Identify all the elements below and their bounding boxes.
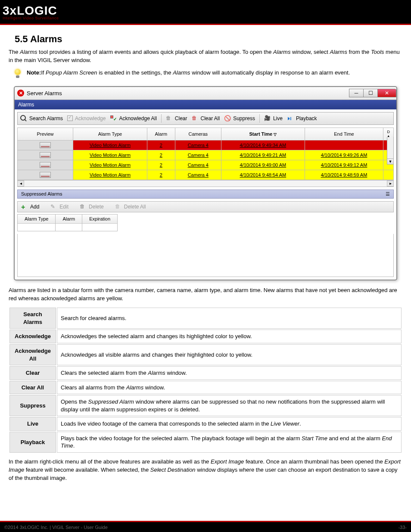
playback-button[interactable]: Playback bbox=[287, 115, 317, 122]
menu-alarms[interactable]: Alarms bbox=[18, 102, 34, 108]
sup-col-type[interactable]: Alarm Type bbox=[18, 214, 56, 223]
acknowledge-button[interactable]: Acknowledge bbox=[67, 115, 106, 121]
def-row: Acknowledge AllAcknowledges all visible … bbox=[9, 344, 402, 365]
def-term: Live bbox=[9, 417, 56, 431]
suppressed-empty-area bbox=[17, 234, 394, 277]
suppressed-header[interactable]: Suppressed Alarms ☰ bbox=[17, 190, 394, 199]
page-footer: ©2014 3xLOGIC Inc. | VIGIL Server - User… bbox=[0, 521, 411, 532]
def-term: Clear All bbox=[9, 381, 56, 395]
def-term: Acknowledge All bbox=[9, 344, 56, 365]
maximize-button[interactable]: ☐ bbox=[363, 89, 378, 97]
acknowledge-all-button[interactable]: Acknowledge All bbox=[110, 115, 156, 122]
trash-icon bbox=[166, 115, 173, 122]
collapse-icon[interactable]: ☰ bbox=[386, 191, 390, 197]
col-preview[interactable]: Preview bbox=[18, 128, 73, 140]
live-button[interactable]: Live bbox=[264, 115, 283, 122]
preview-cell[interactable] bbox=[18, 160, 73, 170]
trash-all-icon bbox=[115, 203, 122, 210]
table-row[interactable]: Video Motion Alarm2Camera 44/10/2014 9:4… bbox=[18, 140, 394, 150]
clear-button[interactable]: Clear bbox=[166, 115, 187, 122]
lightbulb-icon bbox=[13, 69, 22, 80]
cell-camera[interactable]: Camera 4 bbox=[175, 160, 221, 170]
def-term: Acknowledge bbox=[9, 330, 56, 343]
playback-icon bbox=[287, 115, 294, 122]
scroll-left-icon[interactable]: ◂ bbox=[17, 180, 24, 187]
footer-left: ©2014 3xLOGIC Inc. | VIGIL Server - User… bbox=[4, 525, 108, 530]
preview-cell[interactable] bbox=[18, 140, 73, 150]
table-row[interactable]: Video Motion Alarm2Camera 44/10/2014 9:4… bbox=[18, 160, 394, 170]
table-row[interactable]: Video Motion Alarm2Camera 44/10/2014 9:4… bbox=[18, 150, 394, 160]
note-callout: Note:If Popup Alarm Screen is enabled in… bbox=[13, 69, 398, 80]
cell-start[interactable]: 4/10/2014 9:49:21 AM bbox=[221, 150, 305, 160]
section-title: 5.5 Alarms bbox=[15, 34, 402, 45]
cell-alarm[interactable]: 2 bbox=[147, 160, 175, 170]
def-term: Clear bbox=[9, 366, 56, 380]
def-term: Suppress bbox=[9, 395, 56, 416]
vertical-scrollbar[interactable]: ▼ bbox=[387, 137, 394, 165]
cell-end[interactable]: 4/10/2014 9:49:12 AM bbox=[305, 160, 383, 170]
toolbar: Search Alarms Acknowledge Acknowledge Al… bbox=[17, 112, 394, 125]
col-cameras[interactable]: Cameras bbox=[175, 128, 221, 140]
search-icon bbox=[20, 115, 27, 122]
col-start[interactable]: Start Time ▽ bbox=[221, 128, 305, 140]
def-desc: Acknowledges the selected alarm and chan… bbox=[57, 330, 402, 343]
plus-icon bbox=[21, 203, 28, 210]
scroll-right-icon[interactable]: ▸ bbox=[387, 180, 394, 187]
ackall-icon bbox=[110, 115, 117, 122]
cell-type[interactable]: Video Motion Alarm bbox=[73, 150, 147, 160]
def-row: LiveLoads live video footage of the came… bbox=[9, 417, 402, 431]
cell-end[interactable]: 4/10/2014 9:48:59 AM bbox=[305, 170, 383, 180]
cell-alarm[interactable]: 2 bbox=[147, 140, 175, 150]
sup-col-alarm[interactable]: Alarm bbox=[56, 214, 82, 223]
cell-alarm[interactable]: 2 bbox=[147, 150, 175, 160]
suppress-button[interactable]: Suppress bbox=[224, 115, 255, 122]
def-row: Clear AllClears all alarms from the Alar… bbox=[9, 381, 402, 395]
delete-all-button[interactable]: Delete All bbox=[115, 203, 146, 210]
definitions-table: Search AlarmsSearch for cleared alarms.A… bbox=[9, 307, 402, 454]
delete-button[interactable]: Delete bbox=[80, 203, 104, 210]
cell-camera[interactable]: Camera 4 bbox=[175, 170, 221, 180]
col-alarm[interactable]: Alarm bbox=[147, 128, 175, 140]
search-alarms-button[interactable]: Search Alarms bbox=[20, 115, 63, 122]
cell-end[interactable] bbox=[305, 140, 383, 150]
cell-alarm[interactable]: 2 bbox=[147, 170, 175, 180]
suppressed-toolbar: Add Edit Delete Delete All bbox=[17, 201, 394, 212]
sup-col-exp[interactable]: Expiration bbox=[82, 214, 118, 223]
cell-camera[interactable]: Camera 4 bbox=[175, 150, 221, 160]
horizontal-scrollbar[interactable]: ◂ ▸ bbox=[17, 180, 394, 187]
thumbnail-icon bbox=[40, 142, 51, 148]
col-end[interactable]: End Time bbox=[305, 128, 383, 140]
col-type[interactable]: Alarm Type bbox=[73, 128, 147, 140]
def-row: ClearClears the selected alarm from the … bbox=[9, 366, 402, 380]
cell-start[interactable]: 4/10/2014 9:49:34 AM bbox=[221, 140, 305, 150]
cell-type[interactable]: Video Motion Alarm bbox=[73, 160, 147, 170]
note-text: Note:If Popup Alarm Screen is enabled in… bbox=[27, 69, 350, 77]
camera-icon bbox=[264, 115, 271, 122]
def-row: PlaybackPlays back the video footage for… bbox=[9, 432, 402, 453]
cell-end[interactable]: 4/10/2014 9:49:26 AM bbox=[305, 150, 383, 160]
close-button[interactable]: ✕ bbox=[377, 89, 396, 97]
minimize-button[interactable]: ─ bbox=[349, 89, 364, 97]
def-term: Search Alarms bbox=[9, 308, 56, 329]
logo-text: 3xLOGIC bbox=[3, 4, 57, 17]
cell-type[interactable]: Video Motion Alarm bbox=[73, 140, 147, 150]
def-term: Playback bbox=[9, 432, 56, 453]
clear-all-button[interactable]: Clear All bbox=[192, 115, 220, 122]
server-alarms-window: ✕ Server Alarms ─ ☐ ✕ Alarms Search Alar… bbox=[14, 86, 397, 280]
window-title: Server Alarms bbox=[27, 90, 62, 96]
description-2: In the alarm right-click menu all of the… bbox=[9, 458, 402, 482]
cell-start[interactable]: 4/10/2014 9:49:00 AM bbox=[221, 160, 305, 170]
cell-start[interactable]: 4/10/2014 9:48:54 AM bbox=[221, 170, 305, 180]
edit-button[interactable]: Edit bbox=[50, 203, 68, 210]
preview-cell[interactable] bbox=[18, 170, 73, 180]
preview-cell[interactable] bbox=[18, 150, 73, 160]
def-desc: Loads live video footage of the camera t… bbox=[57, 417, 402, 431]
def-row: SuppressOpens the Suppressed Alarm windo… bbox=[9, 395, 402, 416]
add-button[interactable]: Add bbox=[21, 203, 39, 210]
cell-extra bbox=[383, 170, 394, 180]
cell-type[interactable]: Video Motion Alarm bbox=[73, 170, 147, 180]
table-row[interactable]: Video Motion Alarm2Camera 44/10/2014 9:4… bbox=[18, 170, 394, 180]
scroll-down-icon[interactable]: ▼ bbox=[387, 159, 394, 165]
cell-camera[interactable]: Camera 4 bbox=[175, 140, 221, 150]
pencil-icon bbox=[50, 203, 57, 210]
